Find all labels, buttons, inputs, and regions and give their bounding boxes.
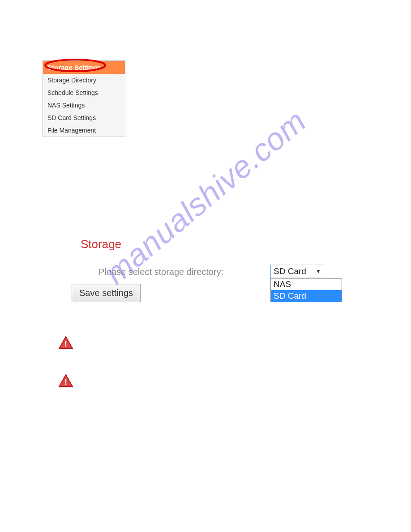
sidebar-item-file-management[interactable]: File Management: [43, 124, 125, 137]
chevron-down-icon: ▼: [316, 268, 321, 275]
sidebar-item-storage-directory[interactable]: Storage Directory: [43, 74, 125, 86]
directory-select[interactable]: SD Card ▼: [270, 265, 324, 278]
directory-dropdown: NAS SD Card: [270, 278, 342, 302]
select-directory-label: Please select storage directory:: [98, 267, 223, 277]
sidebar-item-sd-card-settings[interactable]: SD Card Settings: [43, 112, 125, 124]
sidebar-item-schedule-settings[interactable]: Schedule Settings: [43, 86, 125, 99]
svg-text:!: !: [64, 339, 67, 348]
select-current-value: SD Card: [274, 266, 306, 276]
storage-settings-sidebar: Storage Settings Storage Directory Sched…: [43, 60, 125, 137]
sidebar-item-nas-settings[interactable]: NAS Settings: [43, 99, 125, 112]
dropdown-option-nas[interactable]: NAS: [271, 279, 342, 290]
warning-icon: !: [58, 336, 73, 351]
storage-section: Storage Please select storage directory:…: [81, 237, 223, 302]
storage-title: Storage: [81, 237, 223, 251]
svg-text:!: !: [64, 378, 67, 386]
sidebar-header-label: Storage Settings: [47, 64, 101, 71]
warning-icon: !: [58, 374, 73, 389]
directory-select-area: SD Card ▼ NAS SD Card: [270, 265, 342, 302]
dropdown-option-sd-card[interactable]: SD Card: [271, 290, 342, 302]
save-settings-button[interactable]: Save settings: [72, 284, 141, 302]
sidebar-header: Storage Settings: [43, 61, 125, 74]
